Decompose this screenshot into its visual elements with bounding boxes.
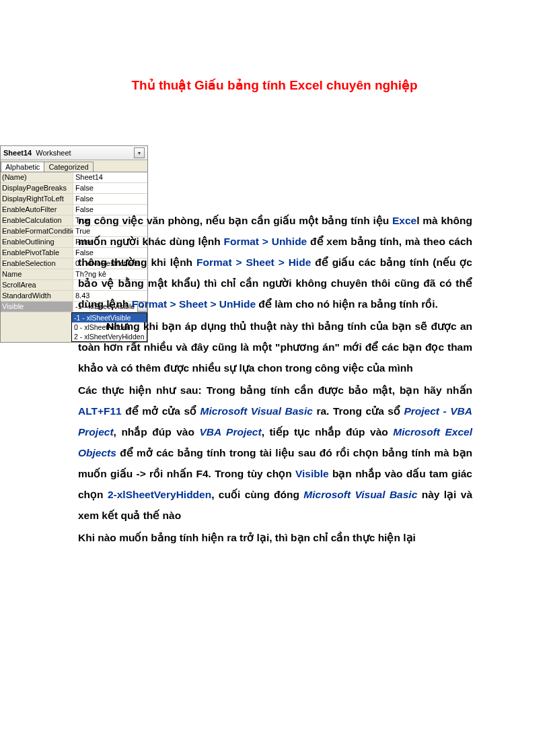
panel-header: Sheet14 Worksheet ▾ xyxy=(1,146,147,160)
property-key: EnableCalculation xyxy=(1,215,73,226)
property-key: DisplayRightToLeft xyxy=(1,194,73,204)
term-format-sheet-unhide: Format > Sheet > UnHide xyxy=(132,298,256,310)
term-mvb: Microsoft Visual Basic xyxy=(200,405,313,417)
property-key: Name xyxy=(1,269,73,279)
panel-object-type: Worksheet xyxy=(36,149,71,157)
term-vba-project: VBA Project xyxy=(199,426,261,438)
paragraph-2: Nhưng khi bạn áp dụng thủ thuật này thì … xyxy=(78,316,472,378)
document-title: Thủ thuật Giấu bảng tính Excel chuyên ng… xyxy=(0,77,549,93)
term-visible: Visible xyxy=(295,468,329,479)
property-key: DisplayPageBreaks xyxy=(1,183,73,193)
panel-tabs: Alphabetic Categorized xyxy=(1,160,147,172)
property-key: (Name) xyxy=(1,172,73,182)
property-row[interactable]: DisplayPageBreaksFalse xyxy=(1,183,147,194)
term-mvb-2: Microsoft Visual Basic xyxy=(303,489,417,500)
property-key: ScrollArea xyxy=(1,280,73,290)
property-key: EnableFormatConditions xyxy=(1,226,73,236)
term-format-unhide: Format > Unhide xyxy=(223,236,307,247)
text: , nhắp đúp vào xyxy=(114,426,200,438)
property-key: EnableSelection xyxy=(1,259,73,269)
property-key: StandardWidth xyxy=(1,291,73,301)
property-value[interactable]: False xyxy=(73,183,147,193)
paragraph-3: Các thực hiện như sau: Trong bảng tính c… xyxy=(78,380,472,526)
term-alt-f11: ALT+F11 xyxy=(78,405,122,417)
text: để mở cửa sổ xyxy=(122,405,200,417)
property-value[interactable]: False xyxy=(73,194,147,204)
text: , cuối cùng đóng xyxy=(211,489,303,500)
tab-categorized[interactable]: Categorized xyxy=(44,162,93,172)
paragraph-4: Khi nào muốn bảng tính hiện ra trở lại, … xyxy=(78,527,472,548)
property-row[interactable]: (Name)Sheet14 xyxy=(1,172,147,183)
term-format-sheet-hide: Format > Sheet > Hide xyxy=(196,256,311,268)
text: , tiếp tục nhắp đúp vào xyxy=(262,426,394,438)
text: Các thực hiện như sau: Trong bảng tính c… xyxy=(78,384,472,396)
paragraph-1: ng công việc văn phòng, nếu bạn cần giấu… xyxy=(78,210,472,314)
term-excel: Exce xyxy=(392,215,416,226)
property-key: EnablePivotTable xyxy=(1,248,73,258)
object-dropdown-button[interactable]: ▾ xyxy=(134,147,145,158)
property-key: EnableOutlining xyxy=(1,237,73,247)
property-key: Visible xyxy=(1,302,73,312)
text: ng công việc văn phòng, nếu bạn cần giấu… xyxy=(78,215,392,226)
property-value[interactable]: Sheet14 xyxy=(73,172,147,182)
tab-alphabetic[interactable]: Alphabetic xyxy=(1,162,44,172)
text: để làm cho nó hiện ra bảng tính rồi. xyxy=(256,298,438,310)
property-key: EnableAutoFilter xyxy=(1,205,73,215)
article-body: ng công việc văn phòng, nếu bạn cần giấu… xyxy=(78,210,472,549)
panel-object-name: Sheet14 xyxy=(3,149,32,157)
term-veryhidden: 2-xlSheetVeryHidden xyxy=(108,489,211,500)
property-row[interactable]: DisplayRightToLeftFalse xyxy=(1,194,147,205)
text: ra. Trong cửa sổ xyxy=(313,405,404,417)
